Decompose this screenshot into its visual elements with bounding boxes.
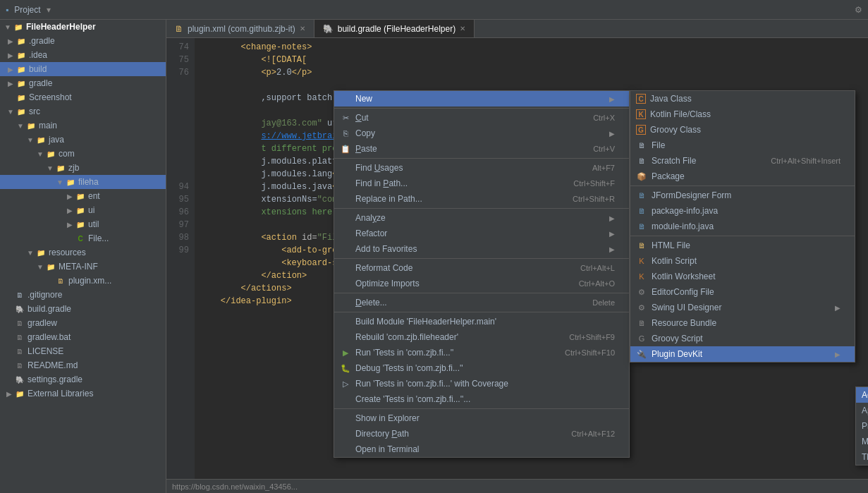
sidebar-item-settings-gradle[interactable]: 🐘 settings.gradle bbox=[0, 372, 166, 387]
xml-file-icon: 🗎 bbox=[55, 275, 66, 286]
sidebar-item-java[interactable]: ▼ 📁 java bbox=[0, 133, 166, 147]
menu-item-file[interactable]: 🗎 File bbox=[630, 138, 855, 153]
sidebar-item-build[interactable]: ▶ 📁 build bbox=[0, 62, 166, 76]
menu-item-create-tests[interactable]: Create 'Tests in 'com.zjb.fi...''... bbox=[334, 391, 629, 407]
sidebar-item-gradlew[interactable]: 🗎 gradlew bbox=[0, 316, 166, 330]
menu-item-label: Add to Favorites bbox=[355, 244, 417, 254]
menu-item-add-favorites[interactable]: Add to Favorites ▶ bbox=[334, 241, 629, 257]
menu-item-run-tests[interactable]: ▶ Run 'Tests in 'com.zjb.fi...'' Ctrl+Sh… bbox=[334, 345, 629, 360]
menu-item-project-service[interactable]: Project Service bbox=[856, 418, 868, 434]
menu-item-kotlin-script[interactable]: K Kotlin Script bbox=[630, 253, 855, 269]
menu-item-label: Paste bbox=[355, 144, 377, 154]
menu-item-cut[interactable]: Cut Ctrl+X bbox=[334, 110, 629, 126]
sidebar-item-external-libs[interactable]: ▶ 📁 External Libraries bbox=[0, 387, 166, 401]
menu-item-application-service[interactable]: Application Service bbox=[856, 403, 868, 418]
tab-close-button[interactable]: ✕ bbox=[300, 25, 305, 32]
menu-item-analyze[interactable]: Analyze ▶ bbox=[334, 210, 629, 226]
menu-item-replace-in-path[interactable]: Replace in Path... Ctrl+Shift+R bbox=[334, 191, 629, 207]
sidebar-item-gradle-folder[interactable]: ▶ 📁 .gradle bbox=[0, 34, 166, 48]
settings-icon[interactable]: ⚙ bbox=[855, 5, 862, 15]
sidebar-item-com[interactable]: ▼ 📁 com bbox=[0, 147, 166, 161]
sidebar-item-plugin-xml[interactable]: 🗎 plugin.xm... bbox=[0, 274, 166, 288]
sidebar-item-gradlew-bat[interactable]: 🗎 gradlew.bat bbox=[0, 330, 166, 344]
menu-item-copy[interactable]: ⎘ Copy ▶ bbox=[334, 126, 629, 141]
sidebar-item-ui[interactable]: ▶ 📁 ui bbox=[0, 203, 166, 217]
menu-item-module-service[interactable]: Module Service bbox=[856, 434, 868, 449]
menu-item-kotlin-class[interactable]: K Kotlin File/Class bbox=[630, 106, 855, 122]
tree-arrow: ▶ bbox=[65, 193, 75, 200]
sidebar-item-build-gradle[interactable]: 🐘 build.gradle bbox=[0, 302, 166, 316]
sidebar-item-main[interactable]: ▼ 📁 main bbox=[0, 118, 166, 133]
tab-close-button[interactable]: ✕ bbox=[460, 25, 465, 32]
menu-item-open-terminal[interactable]: Open in Terminal bbox=[334, 442, 629, 457]
menu-item-scratch[interactable]: 🗎 Scratch File Ctrl+Alt+Shift+Insert bbox=[630, 153, 855, 169]
tree-arrow: ▶ bbox=[6, 66, 16, 73]
menu-item-jformdesigner[interactable]: 🗎 JFormDesigner Form bbox=[630, 188, 855, 203]
menu-item-package[interactable]: 📦 Package bbox=[630, 169, 855, 184]
menu-item-refactor[interactable]: Refactor ▶ bbox=[334, 226, 629, 241]
menu-item-swing-designer[interactable]: ⚙ Swing UI Designer ▶ bbox=[630, 300, 855, 315]
gradle-icon: 🐘 bbox=[14, 303, 25, 315]
folder-icon: 📁 bbox=[55, 162, 66, 174]
sidebar-item-file-java[interactable]: C File... bbox=[0, 231, 166, 245]
menu-item-resource-bundle[interactable]: 🗎 Resource Bundle bbox=[630, 315, 855, 331]
menu-item-dir-path[interactable]: Directory Path Ctrl+Alt+F12 bbox=[334, 426, 629, 442]
menu-item-package-info[interactable]: 🗎 package-info.java bbox=[630, 203, 855, 219]
tab-build-gradle[interactable]: 🐘 build.gradle (FileHeaderHelper) ✕ bbox=[314, 20, 475, 37]
tree-arrow: ▼ bbox=[6, 108, 16, 116]
find-icon bbox=[340, 162, 351, 174]
sidebar-item-license[interactable]: 🗎 LICENSE bbox=[0, 344, 166, 358]
menu-item-optimize-imports[interactable]: Optimize Imports Ctrl+Alt+O bbox=[334, 276, 629, 291]
sidebar-item-resources[interactable]: ▼ 📁 resources bbox=[0, 245, 166, 260]
menu-item-label: Plugin DevKit bbox=[652, 349, 702, 359]
sidebar-item-screenshot[interactable]: 📁 Screenshot bbox=[0, 90, 166, 104]
sidebar-item-idea[interactable]: ▶ 📁 .idea bbox=[0, 48, 166, 62]
menu-item-kotlin-worksheet[interactable]: K Kotlin Worksheet bbox=[630, 269, 855, 284]
menu-item-find-in-path[interactable]: Find in Path... Ctrl+Shift+F bbox=[334, 176, 629, 191]
sidebar-item-src[interactable]: ▼ 📁 src bbox=[0, 104, 166, 118]
sidebar-label: .gradle bbox=[29, 36, 55, 46]
menu-item-debug-tests[interactable]: 🐛 Debug 'Tests in 'com.zjb.fi...'' bbox=[334, 360, 629, 376]
groovy-script-icon: G bbox=[636, 333, 647, 344]
resource-icon: 🗎 bbox=[636, 317, 647, 329]
menu-item-groovy-class[interactable]: G Groovy Class bbox=[630, 122, 855, 138]
menu-item-paste[interactable]: 📋 Paste Ctrl+V bbox=[334, 141, 629, 157]
submenu-arrow: ▶ bbox=[835, 304, 841, 312]
menu-divider bbox=[334, 312, 629, 312]
menu-item-editorconfig[interactable]: ⚙ EditorConfig File bbox=[630, 284, 855, 300]
tab-plugin-xml[interactable]: 🗎 plugin.xml (com.github.zjb-it) ✕ bbox=[166, 20, 314, 37]
sidebar-item-readme[interactable]: 🗎 README.md bbox=[0, 358, 166, 372]
sidebar-item-fileheader[interactable]: ▼ 📁 fileha bbox=[0, 175, 166, 189]
sidebar-item-gradle[interactable]: ▶ 📁 gradle bbox=[0, 76, 166, 90]
menu-item-groovy-script[interactable]: G Groovy Script bbox=[630, 331, 855, 346]
sidebar-label: .gitignore bbox=[27, 290, 62, 300]
html-icon: 🗎 bbox=[636, 240, 647, 251]
menu-item-reformat[interactable]: Reformat Code Ctrl+Alt+L bbox=[334, 260, 629, 276]
sidebar-item-util[interactable]: ▶ 📁 util bbox=[0, 217, 166, 231]
sidebar-item-meta-inf[interactable]: ▼ 📁 META-INF bbox=[0, 260, 166, 274]
status-text: https://blog.csdn.net/waixin_43456... bbox=[172, 482, 298, 491]
tree-arrow: ▼ bbox=[45, 164, 55, 172]
menu-item-html[interactable]: 🗎 HTML File bbox=[630, 238, 855, 253]
project-root[interactable]: ▼ 📁 FileHeaderHelper bbox=[0, 20, 166, 34]
sidebar-label: plugin.xm... bbox=[68, 276, 111, 286]
sidebar-item-gitignore[interactable]: 🗎 .gitignore bbox=[0, 288, 166, 302]
menu-item-theme[interactable]: Theme bbox=[856, 449, 868, 465]
menu-item-new[interactable]: New ▶ bbox=[334, 91, 629, 106]
pkg-info-icon: 🗎 bbox=[636, 205, 647, 217]
menu-item-module-info[interactable]: 🗎 module-info.java bbox=[630, 219, 855, 234]
sidebar-item-zjb[interactable]: ▼ 📁 zjb bbox=[0, 161, 166, 175]
menu-item-rebuild[interactable]: Rebuild 'com.zjb.fileheader' Ctrl+Shift+… bbox=[334, 329, 629, 345]
sidebar-item-ent[interactable]: ▶ 📁 ent bbox=[0, 189, 166, 203]
menu-item-plugin-devkit[interactable]: 🔌 Plugin DevKit ▶ bbox=[630, 346, 855, 362]
menu-item-build-module[interactable]: Build Module 'FileHeaderHelper.main' bbox=[334, 314, 629, 329]
menu-item-java-class[interactable]: C Java Class bbox=[630, 91, 855, 106]
file-icon: 🗎 bbox=[14, 317, 25, 329]
menu-item-show-explorer[interactable]: Show in Explorer bbox=[334, 410, 629, 426]
menu-item-action[interactable]: Action bbox=[856, 387, 868, 403]
menu-item-find-usages[interactable]: Find Usages Alt+F7 bbox=[334, 160, 629, 176]
menu-item-delete[interactable]: Delete... Delete bbox=[334, 295, 629, 310]
menu-item-run-coverage[interactable]: ▷ Run 'Tests in 'com.zjb.fi...' with Cov… bbox=[334, 376, 629, 391]
menu-divider bbox=[334, 293, 629, 293]
tab-gradle-icon: 🐘 bbox=[323, 24, 334, 34]
